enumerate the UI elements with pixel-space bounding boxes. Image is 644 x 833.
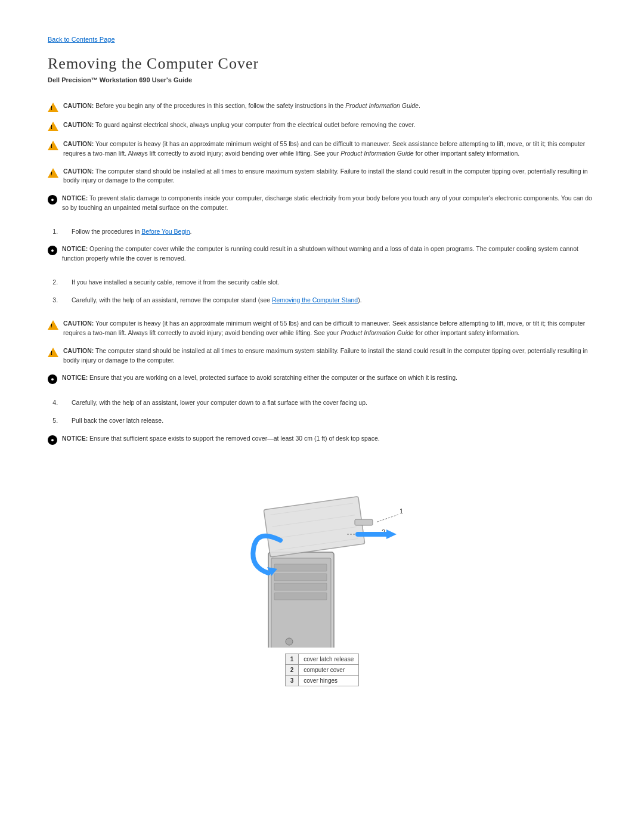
notice-text-step1: NOTICE: Opening the computer cover while… [62,244,596,264]
notice-block-step1: ● NOTICE: Opening the computer cover whi… [48,244,596,264]
caution-icon-2: ! [48,120,58,131]
caution-block-6: ! CAUTION: The computer stand should be … [48,346,596,366]
legend-num-1: 1 [285,654,299,664]
legend-row-3: 3 cover hinges [285,675,359,686]
notice-text-2: NOTICE: Ensure that you are working on a… [62,373,457,383]
caution-icon-1: ! [48,101,58,112]
legend-num-2: 2 [285,664,299,675]
page-title: Removing the Computer Cover [48,55,596,73]
caution-text-6: CAUTION: The computer stand should be in… [63,346,596,366]
removing-computer-stand-link[interactable]: Removing the Computer Stand [272,296,358,304]
back-to-contents-link[interactable]: Back to Contents Page [48,36,596,43]
notice-block-3: ● NOTICE: Ensure that sufficient space e… [48,434,596,445]
step-4: Carefully, with the help of an assistant… [60,398,596,408]
computer-cover-diagram: 2 3 1 [203,457,441,648]
caution-text-5: CAUTION: Your computer is heavy (it has … [63,319,596,338]
caution-block-4: ! CAUTION: The computer stand should be … [48,167,596,186]
legend-num-3: 3 [285,675,299,686]
step-2: If you have installed a security cable, … [60,278,596,287]
step-3: Carefully, with the help of an assistant… [60,296,596,305]
svg-rect-5 [274,593,327,600]
caution-icon-5: ! [48,319,58,330]
svg-rect-7 [264,496,365,556]
legend-label-2: computer cover [299,664,359,675]
step-5: Pull back the cover latch release. [60,416,596,426]
svg-rect-1 [271,558,331,648]
caution-text-2: CAUTION: To guard against electrical sho… [63,120,415,130]
caution-icon-6: ! [48,346,58,357]
svg-rect-4 [274,583,327,590]
before-you-begin-link[interactable]: Before You Begin [141,228,190,235]
legend-row-1: 1 cover latch release [285,654,359,664]
caution-icon-4: ! [48,167,58,178]
caution-text-4: CAUTION: The computer stand should be in… [63,167,596,186]
notice-block-2: ● NOTICE: Ensure that you are working on… [48,373,596,384]
svg-rect-3 [274,574,327,581]
legend-label-1: cover latch release [299,654,359,664]
diagram-container: 2 3 1 1 cover latch release 2 computer c… [48,457,596,686]
legend-label-3: cover hinges [299,675,359,686]
notice-text-3: NOTICE: Ensure that sufficient space exi… [62,434,380,444]
caution-block-5: ! CAUTION: Your computer is heavy (it ha… [48,319,596,338]
caution-text-1: CAUTION: Before you begin any of the pro… [63,101,420,111]
caution-text-3: CAUTION: Your computer is heavy (it has … [63,140,596,159]
svg-line-21 [376,515,398,522]
svg-marker-18 [386,529,397,539]
svg-point-6 [286,638,293,645]
notice-icon-step1: ● [48,246,57,255]
caution-block-1: ! CAUTION: Before you begin any of the p… [48,101,596,112]
step-1: Follow the procedures in Before You Begi… [60,227,596,237]
notice-text-1: NOTICE: To prevent static damage to comp… [62,194,596,213]
legend-row-2: 2 computer cover [285,664,359,675]
svg-text:1: 1 [400,507,403,515]
page-subtitle: Dell Precision™ Workstation 690 User's G… [48,76,596,83]
svg-rect-2 [274,564,327,571]
caution-block-2: ! CAUTION: To guard against electrical s… [48,120,596,131]
caution-block-3: ! CAUTION: Your computer is heavy (it ha… [48,140,596,159]
notice-icon-2: ● [48,374,57,384]
legend-table: 1 cover latch release 2 computer cover 3… [285,654,360,686]
svg-rect-20 [355,519,373,525]
notice-icon-1: ● [48,195,57,205]
caution-icon-3: ! [48,140,58,150]
notice-icon-3: ● [48,435,57,445]
notice-block-1: ● NOTICE: To prevent static damage to co… [48,194,596,213]
